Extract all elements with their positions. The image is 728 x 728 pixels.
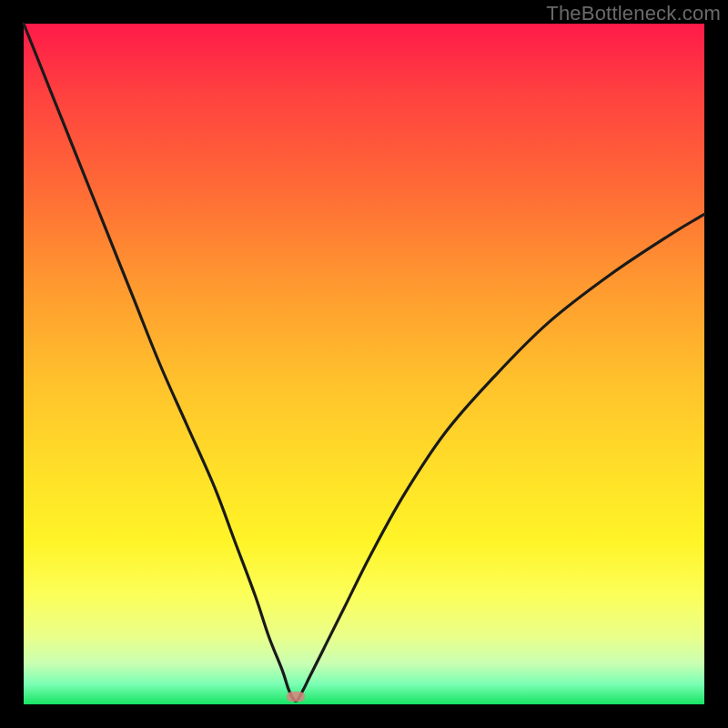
chart-frame: TheBottleneck.com	[0, 0, 728, 728]
watermark-text: TheBottleneck.com	[546, 2, 721, 25]
minimum-marker	[287, 692, 305, 702]
bottleneck-curve	[24, 24, 704, 704]
plot-area	[24, 24, 704, 704]
